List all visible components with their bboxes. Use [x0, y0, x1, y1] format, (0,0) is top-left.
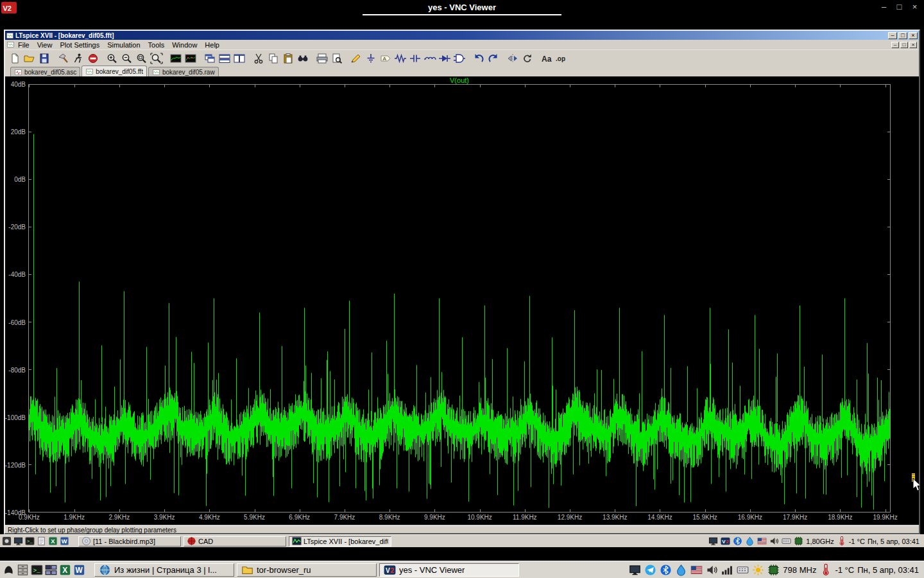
cd-icon: [81, 536, 91, 546]
menu-item-simulation[interactable]: Simulation: [103, 41, 144, 49]
ltspice-window-title: LTspice XVII - [bokarev_dif05.fft]: [15, 32, 114, 39]
fft-plot-canvas[interactable]: [28, 84, 891, 512]
drop-icon[interactable]: [745, 536, 755, 546]
capacitor-icon[interactable]: [407, 51, 422, 65]
menu-item-tools[interactable]: Tools: [144, 41, 169, 49]
component-icon[interactable]: [452, 51, 466, 65]
save-icon[interactable]: [37, 51, 51, 65]
task-button-tor-browser-ru[interactable]: tor-browser_ru: [237, 563, 377, 577]
us-flag-icon[interactable]: [757, 536, 767, 546]
excel-icon[interactable]: X: [48, 536, 58, 546]
tab-bokarev-dif05-raw[interactable]: bokarev_dif05.raw: [148, 67, 219, 76]
cascade-windows-icon[interactable]: [202, 51, 217, 65]
tab-bokarev-dif05-fft[interactable]: bokarev_dif05.fft: [81, 66, 147, 76]
trace-label[interactable]: V(out): [28, 76, 891, 84]
ground-icon[interactable]: [363, 51, 378, 65]
copy-icon[interactable]: [266, 51, 280, 65]
excel-icon[interactable]: X: [59, 564, 71, 576]
resistor-icon[interactable]: [393, 51, 407, 65]
redo-icon[interactable]: [486, 51, 501, 65]
menu-icon[interactable]: [2, 536, 12, 546]
keyboard-icon[interactable]: [737, 564, 749, 576]
drop-icon[interactable]: [675, 564, 687, 576]
tab-bokarev-dif05-asc[interactable]: bokarev_dif05.asc: [10, 67, 80, 76]
word-icon[interactable]: W: [73, 564, 85, 576]
net-label-icon[interactable]: A: [378, 51, 393, 65]
control-panel-icon[interactable]: [56, 51, 71, 65]
vnc-minimize-button[interactable]: –: [880, 2, 888, 12]
vnc-viewer-titlebar[interactable]: V2 yes - VNC Viewer –□×: [0, 0, 924, 15]
vnc-maximize-button[interactable]: □: [895, 2, 903, 12]
undo-icon[interactable]: [471, 51, 486, 65]
task-button-11-blackbird-mp3[interactable]: [11 - Blackbird.mp3]: [78, 536, 181, 547]
terminal-icon[interactable]: >_: [25, 536, 35, 546]
keyboard-icon[interactable]: [782, 536, 791, 546]
open-file-icon[interactable]: [22, 51, 37, 65]
mdi-minimize-button[interactable]: –: [891, 42, 899, 48]
svg-text:>_: >_: [33, 567, 41, 574]
spice-directive-icon[interactable]: .op: [554, 51, 569, 65]
screens-icon[interactable]: [45, 564, 57, 576]
print-icon[interactable]: [314, 51, 329, 65]
ltspice-minimize-button[interactable]: –: [888, 32, 897, 39]
editor-icon[interactable]: [37, 536, 46, 546]
task-button-из-жизни-страница-3-l[interactable]: Из жизни | Страница 3 | l...: [94, 563, 234, 577]
mark-points-icon[interactable]: [183, 51, 198, 65]
task-button-yes-vnc-viewer[interactable]: V2yes - VNC Viewer: [379, 563, 519, 577]
autorange-icon[interactable]: [168, 51, 183, 65]
cut-icon[interactable]: [251, 51, 266, 65]
waveform-pane[interactable]: V(out) 40dB20dB0dB-20dB-40dB-60dB-80dB-1…: [5, 76, 919, 525]
start-icon[interactable]: [3, 564, 15, 576]
zoom-in-icon[interactable]: [105, 51, 119, 65]
task-button-ltspice-xvii-bokarev-dif0[interactable]: LTspice XVII - [bokarev_dif0...: [289, 536, 391, 547]
vnc-icon[interactable]: V2: [721, 536, 730, 546]
menu-item-plot-settings[interactable]: Plot Settings: [56, 41, 103, 49]
telegram-icon[interactable]: [644, 564, 656, 576]
x-axis-label: 5.9KHz: [244, 514, 265, 521]
display-icon[interactable]: [629, 564, 641, 576]
vnc-close-button[interactable]: ×: [911, 2, 919, 12]
task-label: LTspice XVII - [bokarev_dif0...: [304, 538, 388, 545]
menu-item-file[interactable]: File: [14, 41, 33, 49]
menu-item-window[interactable]: Window: [168, 41, 201, 49]
display-icon[interactable]: [13, 536, 23, 546]
word-icon[interactable]: W: [60, 536, 69, 546]
terminal-icon[interactable]: >_: [31, 564, 43, 576]
find-icon[interactable]: [295, 51, 310, 65]
us-flag-icon[interactable]: [690, 564, 703, 576]
ltspice-close-button[interactable]: ×: [909, 32, 918, 39]
volume-icon[interactable]: [769, 536, 779, 546]
diode-icon[interactable]: [437, 51, 452, 65]
tile-horizontal-icon[interactable]: [217, 51, 232, 65]
drawers-icon[interactable]: [17, 564, 29, 576]
mdi-close-button[interactable]: ×: [909, 42, 917, 48]
tile-vertical-icon[interactable]: [232, 51, 246, 65]
zoom-area-icon[interactable]: [134, 51, 149, 65]
paste-icon[interactable]: [280, 51, 295, 65]
display-icon[interactable]: [708, 536, 718, 546]
draw-wire-icon[interactable]: [348, 51, 363, 65]
zoom-out-icon[interactable]: [119, 51, 134, 65]
new-schematic-icon[interactable]: [7, 51, 22, 65]
ltspice-titlebar[interactable]: LTspice XVII - [bokarev_dif05.fft] –□×: [5, 31, 919, 40]
rotate-icon[interactable]: [520, 51, 535, 65]
mirror-icon[interactable]: [505, 51, 520, 65]
zoom-fit-icon[interactable]: [149, 51, 164, 65]
menu-item-view[interactable]: View: [33, 41, 56, 49]
run-icon[interactable]: [71, 51, 85, 65]
menu-item-help[interactable]: Help: [201, 41, 223, 49]
volume-icon[interactable]: [706, 564, 718, 576]
bluetooth-icon[interactable]: [660, 564, 672, 576]
inductor-icon[interactable]: [422, 51, 437, 65]
signal-icon[interactable]: [721, 564, 733, 576]
vnc-logo-icon: V2: [1, 2, 17, 13]
task-button-cad[interactable]: CAD: [184, 536, 286, 547]
halt-icon[interactable]: [85, 51, 100, 65]
mdi-maximize-button[interactable]: □: [900, 42, 908, 48]
brightness-icon[interactable]: [752, 564, 764, 576]
ltspice-maximize-button[interactable]: □: [898, 32, 907, 39]
print-preview-icon[interactable]: [329, 51, 344, 65]
bluetooth-icon[interactable]: [733, 536, 742, 546]
text-icon[interactable]: Aa: [539, 51, 554, 65]
y-axis-label: -80dB: [8, 366, 26, 373]
